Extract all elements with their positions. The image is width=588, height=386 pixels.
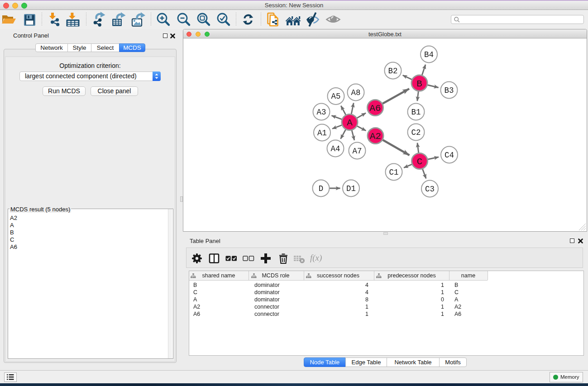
svg-text:B4: B4 — [424, 50, 434, 59]
svg-text:A4: A4 — [330, 144, 340, 153]
svg-text:A7: A7 — [352, 147, 362, 156]
svg-text:C: C — [417, 157, 423, 167]
svg-text:A5: A5 — [331, 92, 340, 101]
svg-text:C2: C2 — [411, 128, 421, 137]
svg-text:B: B — [416, 79, 422, 89]
svg-text:A: A — [347, 118, 353, 128]
svg-text:A8: A8 — [351, 88, 360, 97]
svg-text:D1: D1 — [346, 184, 356, 193]
svg-text:D: D — [319, 184, 324, 193]
svg-text:B2: B2 — [388, 67, 397, 76]
svg-text:A1: A1 — [317, 129, 327, 138]
svg-text:C1: C1 — [389, 168, 398, 177]
svg-text:C3: C3 — [425, 185, 435, 194]
svg-text:B1: B1 — [411, 108, 421, 117]
svg-text:A2: A2 — [370, 131, 381, 142]
svg-text:B3: B3 — [444, 86, 454, 95]
svg-text:C4: C4 — [445, 151, 454, 160]
svg-text:A3: A3 — [316, 108, 326, 117]
svg-text:A6: A6 — [369, 103, 381, 114]
